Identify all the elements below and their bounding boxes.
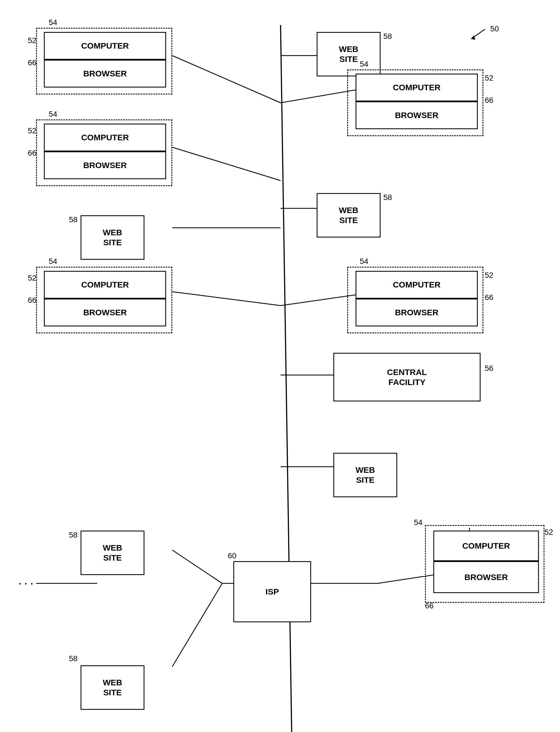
browser-box-c6: BROWSER	[433, 561, 539, 593]
computer-box-c5: COMPUTER	[356, 271, 478, 299]
svg-line-7	[172, 292, 281, 306]
computer-label-c6: COMPUTER	[459, 539, 513, 553]
website-box-3: WEBSITE	[81, 215, 144, 260]
ref-66-c4: 66	[28, 296, 36, 305]
ref-54-c4: 54	[49, 257, 57, 266]
ref-66-c1: 66	[28, 58, 36, 67]
svg-line-2	[172, 147, 281, 181]
computer-label-c2: COMPUTER	[78, 130, 132, 145]
ref-52-c5: 52	[485, 271, 493, 280]
browser-label-c2: BROWSER	[80, 158, 130, 173]
ref-66-c5: 66	[485, 293, 493, 302]
ref-54-c6: 54	[414, 518, 423, 527]
central-facility-label: CENTRALFACILITY	[384, 365, 430, 389]
website-label-4: WEBSITE	[352, 463, 378, 487]
isp-label: ISP	[262, 584, 282, 599]
computer-box-c6: COMPUTER	[433, 531, 539, 561]
computer-label-c3: COMPUTER	[389, 80, 444, 95]
browser-label-c6: BROWSER	[461, 570, 511, 584]
computer-box-c1: COMPUTER	[44, 32, 166, 60]
arrow-50-icon	[468, 26, 488, 40]
website-box-5: WEBSITE	[81, 531, 144, 575]
ref-52-c3: 52	[485, 74, 493, 83]
website-box-2: WEBSITE	[317, 193, 381, 238]
ref-52-c4: 52	[28, 274, 36, 283]
dots-label: ...	[18, 572, 36, 588]
website-box-4: WEBSITE	[333, 453, 397, 497]
ref-66-c6: 66	[425, 601, 434, 610]
browser-label-c5: BROWSER	[392, 305, 442, 320]
computer-label-c4: COMPUTER	[78, 278, 132, 292]
ref-54-c3: 54	[360, 60, 368, 69]
ref-54-c1: 54	[49, 18, 57, 27]
ref-52-c2: 52	[28, 126, 36, 135]
svg-line-16	[172, 583, 222, 667]
browser-label-c1: BROWSER	[80, 66, 130, 81]
ref-66-c3: 66	[485, 96, 493, 105]
website-label-2: WEBSITE	[336, 203, 362, 228]
svg-line-11	[172, 550, 222, 583]
computer-box-c3: COMPUTER	[356, 74, 478, 101]
website-label-5: WEBSITE	[99, 541, 126, 565]
ref-66-c2: 66	[28, 149, 36, 158]
ref-58-ws1: 58	[383, 32, 392, 41]
central-facility-box: CENTRALFACILITY	[333, 353, 481, 401]
ref-58-ws6: 58	[69, 654, 77, 663]
ref-54-c2: 54	[49, 110, 57, 119]
ref-58-ws2: 58	[383, 193, 392, 202]
ref-60: 60	[228, 551, 236, 560]
browser-label-c4: BROWSER	[80, 305, 130, 320]
browser-box-c5: BROWSER	[356, 299, 478, 326]
computer-box-c2: COMPUTER	[44, 124, 166, 151]
website-label-1: WEBSITE	[336, 42, 362, 66]
browser-box-c3: BROWSER	[356, 101, 478, 129]
browser-box-c1: BROWSER	[44, 60, 166, 88]
svg-line-0	[281, 25, 292, 732]
ref-50-label: 50	[490, 24, 499, 33]
svg-line-1	[172, 56, 281, 103]
website-box-6: WEBSITE	[81, 665, 144, 710]
computer-box-c4: COMPUTER	[44, 271, 166, 299]
isp-box: ISP	[233, 561, 311, 622]
website-label-3: WEBSITE	[99, 225, 126, 250]
browser-box-c2: BROWSER	[44, 151, 166, 179]
browser-box-c4: BROWSER	[44, 299, 166, 326]
ref-56: 56	[485, 364, 493, 373]
ref-52-c1: 52	[28, 36, 36, 45]
computer-label-c1: COMPUTER	[78, 39, 132, 53]
ref-54-c5: 54	[360, 257, 368, 266]
ref-58-ws3: 58	[69, 215, 77, 224]
computer-label-c5: COMPUTER	[389, 278, 444, 292]
ref-52-c6: 52	[544, 528, 553, 537]
website-label-6: WEBSITE	[99, 675, 126, 700]
ref-58-ws5: 58	[69, 531, 77, 539]
browser-label-c3: BROWSER	[392, 108, 442, 123]
